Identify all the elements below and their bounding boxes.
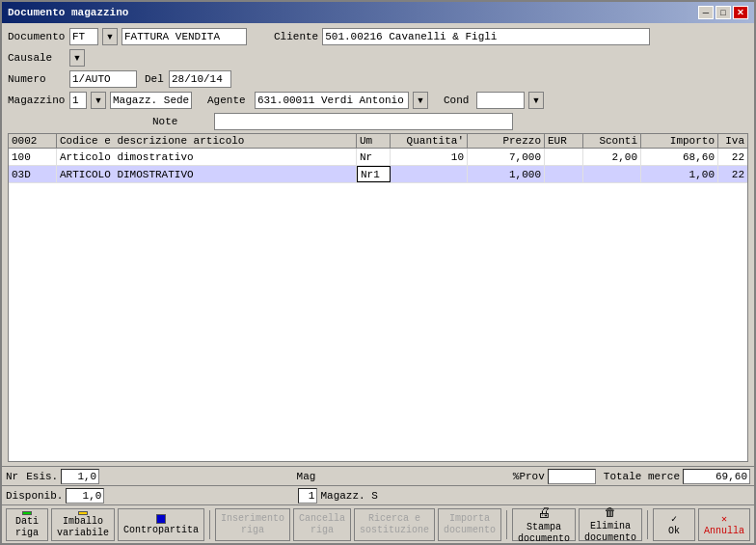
close-button[interactable]: ✕	[733, 6, 748, 19]
cell-sconti: 2,00	[583, 149, 641, 165]
stampa-button[interactable]: 🖨 Stampa documento	[512, 508, 576, 541]
cell-iva: 22	[718, 166, 747, 182]
table-header: 0002 Codice e descrizione articolo Um Qu…	[9, 134, 747, 149]
form-row-magazzino: Magazzino ▼ Agente ▼ Cond ▼	[8, 91, 748, 110]
elimina-button[interactable]: 🗑 Elimina documento	[579, 508, 642, 541]
esis-input[interactable]	[61, 469, 99, 484]
contropartita-icon	[156, 514, 166, 524]
importa-button[interactable]: Importa documento	[438, 508, 501, 541]
col-header-price: Prezzo	[468, 134, 545, 148]
form-row-numero: Numero Del	[8, 69, 748, 89]
mag-label: Mag	[297, 471, 316, 482]
causale-dropdown[interactable]: ▼	[69, 49, 85, 67]
disponib-input[interactable]	[66, 488, 104, 504]
annulla-button[interactable]: ✕ Annulla	[698, 508, 750, 541]
maximize-button[interactable]: □	[716, 6, 731, 19]
totale-input[interactable]	[683, 469, 750, 484]
prov-input[interactable]	[548, 469, 596, 484]
documento-code-input[interactable]	[69, 28, 98, 45]
annulla-icon: ✕	[721, 513, 727, 525]
documento-label: Documento	[8, 31, 66, 42]
cell-code: 100	[9, 149, 57, 165]
col-header-eur: EUR	[545, 134, 583, 148]
col-header-qty: Quantita'	[391, 134, 468, 148]
toolbar-separator-3	[647, 510, 648, 539]
cliente-label: Cliente	[274, 31, 318, 42]
magazzino-num-input[interactable]	[69, 92, 87, 109]
window-title: Documento magazzino	[8, 7, 128, 18]
main-content: Documento ▼ Cliente Causale ▼ Numero Del…	[2, 23, 754, 466]
printer-icon: 🖨	[537, 505, 551, 521]
documento-dropdown[interactable]: ▼	[102, 28, 118, 45]
del-input[interactable]	[169, 70, 231, 88]
numero-label: Numero	[8, 73, 66, 85]
dati-riga-icon	[22, 511, 32, 515]
magazzino-label: Magazzino	[8, 95, 66, 106]
title-bar-buttons: ─ □ ✕	[698, 6, 748, 19]
status-bar-2: Disponib. Magazz. S	[2, 485, 754, 504]
col-header-desc: Codice e descrizione articolo	[57, 134, 357, 148]
nr-label: Nr	[6, 471, 18, 482]
cell-price: 7,000	[468, 149, 545, 165]
cell-importo: 68,60	[641, 149, 718, 165]
col-header-code: 0002	[9, 134, 57, 148]
form-row-note: Note	[8, 112, 748, 131]
cell-desc: ARTICOLO DIMOSTRATIVO	[57, 166, 357, 182]
cond-dropdown[interactable]: ▼	[528, 92, 544, 109]
cond-label: Cond	[444, 95, 472, 106]
causale-label: Causale	[8, 52, 66, 64]
disponib-label: Disponib.	[6, 490, 63, 502]
col-header-um: Um	[357, 134, 391, 148]
note-input[interactable]	[214, 113, 513, 130]
documento-value-input[interactable]	[122, 28, 247, 45]
toolbar-separator-2	[506, 510, 507, 539]
cell-eur	[545, 149, 583, 165]
cell-um-editing[interactable]: Nr1	[357, 166, 391, 182]
col-header-importo: Importo	[641, 134, 718, 148]
form-row-documento: Documento ▼ Cliente	[8, 27, 748, 46]
cell-qty	[391, 166, 468, 182]
magazzino-name-input[interactable]	[110, 92, 192, 109]
minimize-button[interactable]: ─	[698, 6, 714, 19]
cell-um: Nr	[357, 149, 391, 165]
agente-dropdown[interactable]: ▼	[413, 92, 428, 109]
ok-icon: ✓	[671, 513, 677, 525]
note-label: Note	[152, 116, 210, 127]
col-header-iva: Iva	[718, 134, 747, 148]
totale-label: Totale merce	[604, 471, 680, 482]
title-bar: Documento magazzino ─ □ ✕	[2, 2, 754, 23]
table-row[interactable]: 03D ARTICOLO DIMOSTRATIVO Nr1 1,000 1,00…	[9, 166, 747, 183]
elimina-icon: 🗑	[605, 505, 616, 520]
toolbar-separator-1	[209, 510, 210, 539]
bottom-toolbar: Dati riga Imballo variabile Contropartit…	[2, 504, 754, 543]
cond-input[interactable]	[476, 92, 525, 109]
prov-label: %Prov	[513, 471, 545, 482]
status-bar-1: Nr Esis. Mag %Prov Totale merce	[2, 466, 754, 485]
cliente-input[interactable]	[322, 28, 650, 45]
dati-riga-button[interactable]: Dati riga	[6, 508, 48, 541]
main-window: Documento magazzino ─ □ ✕ Documento ▼ Cl…	[0, 0, 756, 545]
table-row[interactable]: 100 Articolo dimostrativo Nr 10 7,000 2,…	[9, 149, 747, 166]
col-header-sconti: Sconti	[583, 134, 641, 148]
magazzino-dropdown[interactable]: ▼	[91, 92, 106, 109]
cell-price: 1,000	[468, 166, 545, 182]
article-table: 0002 Codice e descrizione articolo Um Qu…	[8, 133, 748, 462]
mag-name-label: Magazz. S	[320, 490, 377, 502]
mag-num-input[interactable]	[298, 488, 317, 504]
del-label: Del	[141, 73, 165, 85]
cell-code: 03D	[9, 166, 57, 182]
cell-qty: 10	[391, 149, 468, 165]
agente-input[interactable]	[255, 92, 409, 109]
form-row-causale: Causale ▼	[8, 48, 748, 68]
inserimento-button[interactable]: Inserimento riga	[215, 508, 290, 541]
cell-desc: Articolo dimostrativo	[57, 149, 357, 165]
cell-eur	[545, 166, 583, 182]
contropartita-button[interactable]: Contropartita	[118, 508, 204, 541]
agente-label: Agente	[207, 95, 251, 106]
ricerca-button[interactable]: Ricerca e sostituzione	[354, 508, 435, 541]
numero-input[interactable]	[69, 70, 137, 88]
cell-importo: 1,00	[641, 166, 718, 182]
ok-button[interactable]: ✓ Ok	[653, 508, 695, 541]
imballo-button[interactable]: Imballo variabile	[51, 508, 115, 541]
cancella-button[interactable]: Cancella riga	[293, 508, 351, 541]
